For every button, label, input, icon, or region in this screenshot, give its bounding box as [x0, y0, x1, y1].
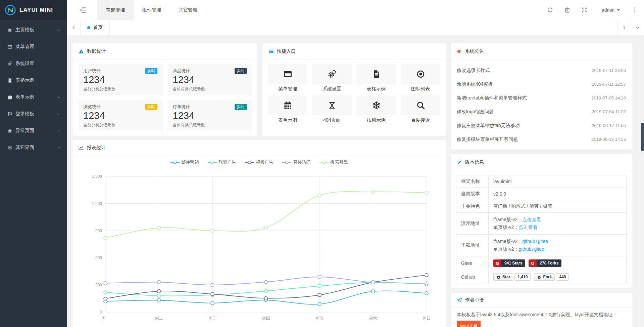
svg-text:周四: 周四 [262, 316, 270, 321]
card-header: 系统公告 [451, 43, 632, 59]
username: admin [602, 7, 614, 13]
chevron-down-icon [635, 25, 640, 30]
data-point-marker [104, 297, 107, 300]
sidebar-item-other-ui[interactable]: 其它界面 [0, 139, 67, 156]
legend-item[interactable]: 联盟广告 [208, 159, 236, 165]
sidebar-item-system-settings[interactable]: 系统设置 [0, 55, 67, 72]
sidebar-item-error-pages[interactable]: 异常页面 [0, 122, 67, 139]
legend-item[interactable]: 视频广告 [245, 159, 274, 165]
download-link-github[interactable]: github [518, 246, 531, 252]
sidebar-item-login-template[interactable]: 登录模板 [0, 106, 67, 122]
github-fork-count[interactable]: 440 [556, 273, 569, 281]
data-point-marker [318, 284, 321, 288]
data-point-marker [371, 190, 375, 194]
shortcut-grid: 菜单管理 系统设置 表格示例 图标列表 表单示例 [262, 59, 446, 128]
shortcut-form-example[interactable]: 表单示例 [268, 95, 307, 123]
gears-icon [7, 61, 12, 66]
card-header: 作者心语 [451, 293, 632, 308]
fullscreen-icon[interactable] [581, 7, 588, 13]
home-icon [7, 28, 12, 33]
card-title: 数据统计 [87, 48, 106, 54]
hourglass-icon [328, 101, 337, 110]
stat-value: 1234 [173, 111, 247, 121]
github-fork-button[interactable]: Fork [534, 273, 555, 281]
legend-marker-icon [170, 160, 180, 164]
svg-text:周一: 周一 [101, 316, 109, 321]
github-icon [496, 275, 501, 279]
shortcut-system-settings[interactable]: 系统设置 [312, 64, 352, 92]
layui-docs-badge[interactable]: layui文档 [457, 321, 481, 327]
download-link-gitee[interactable]: gitee [538, 239, 548, 244]
announcement-item[interactable]: 修改选项卡样式 2019-07-11 23:06 [457, 64, 626, 77]
data-statistics-card: 数据统计 用户统计实时 1234 当前分类总记录数 商品统计实时 1234 当前… [72, 43, 257, 136]
shortcut-baidu-search[interactable]: 百度搜索 [401, 95, 440, 123]
tab-home[interactable]: 首页 [81, 20, 110, 35]
stat-box-users: 用户统计实时 1234 当前分类总记录数 [78, 64, 163, 95]
sidebar-item-table-example[interactable]: 表格示例 [0, 72, 67, 89]
card-title: 报表统计 [87, 145, 106, 151]
chevron-right-icon [622, 25, 627, 30]
sidebar-item-menu-management[interactable]: 菜单管理 [0, 38, 67, 55]
legend-item[interactable]: 搜索引擎 [319, 159, 348, 165]
stat-box-views: 浏览统计实时 1234 当前分类总记录数 [78, 100, 163, 131]
github-icon [537, 275, 541, 279]
legend-marker-icon [245, 160, 254, 164]
table-row: 当前版本 v2.0.0 [456, 188, 627, 200]
data-point-marker [211, 301, 214, 305]
data-point-marker [318, 194, 321, 197]
page-scrollbar [641, 35, 644, 327]
download-link-github[interactable]: github [522, 239, 535, 244]
gitee-stars-badge[interactable]: G 941 Stars [493, 259, 525, 267]
demo-link-spa[interactable]: 点击查看 [518, 224, 537, 230]
stat-value: 1234 [83, 111, 157, 121]
data-point-marker [157, 226, 161, 230]
menu-tab-other[interactable]: 其它管理 [170, 0, 206, 20]
sidebar-item-form-example[interactable]: 表单示例 [0, 89, 67, 106]
announcement-item[interactable]: 新增系统404模板 2019-07-11 12:57 [457, 77, 626, 91]
chevron-down-icon [57, 28, 61, 32]
legend-item[interactable]: 邮件营销 [170, 159, 199, 165]
legend-item[interactable]: 直接访问 [282, 159, 311, 165]
gitee-forks-badge[interactable]: G 278 Forks [529, 259, 561, 267]
refresh-icon[interactable] [547, 7, 553, 13]
announcement-item[interactable]: 修改logo缩放问题 2019-07-04 11:02 [457, 105, 626, 119]
shortcut-icon-list[interactable]: 图标列表 [401, 64, 440, 92]
tabs-scroll-right-button[interactable] [617, 20, 631, 35]
download-link-gitee[interactable]: gitee [534, 246, 544, 252]
collapse-sidebar-icon[interactable] [79, 6, 87, 14]
system-announcements-card: 系统公告 修改选项卡样式 2019-07-11 23:06 新增系统404模板 … [451, 43, 632, 150]
status-badge: 实时 [145, 104, 157, 110]
demo-link-iframe[interactable]: 点击查看 [522, 217, 541, 222]
announcement-item[interactable]: 新增treetable插件和菜单管理样式 2019-07-05 14:28 [457, 91, 626, 105]
github-star-count[interactable]: 1,419 [514, 273, 531, 281]
announcement-item[interactable]: 修复多模块菜单栏展开有问题 2019-06-13 14:53 [457, 132, 626, 146]
search-icon [416, 101, 425, 110]
shortcut-button-example[interactable]: 按钮示例 [356, 95, 396, 123]
file-text-icon [7, 78, 12, 83]
announcement-item[interactable]: 修复左侧菜单缩放tab无法移动 2019-06-17 11:55 [457, 119, 626, 132]
sidebar-item-home-template[interactable]: 主页模板 [0, 22, 67, 38]
menu-tab-components[interactable]: 组件管理 [134, 0, 170, 20]
tabs-scroll-left-button[interactable] [67, 20, 81, 35]
main-content: 数据统计 用户统计实时 1234 当前分类总记录数 商品统计实时 1234 当前… [67, 35, 641, 327]
chevron-down-icon [57, 146, 61, 150]
trash-icon[interactable] [564, 7, 571, 13]
github-star-button[interactable]: Star [493, 273, 513, 281]
user-dropdown[interactable]: admin [602, 7, 620, 13]
menu-tab-general[interactable]: 常规管理 [97, 0, 134, 20]
shortcut-table-example[interactable]: 表格示例 [356, 64, 396, 92]
scrollbar-thumb[interactable] [641, 123, 644, 151]
megaphone-icon [457, 49, 462, 54]
tabs-menu-button[interactable] [631, 20, 644, 35]
report-statistics-card: 报表统计 邮件营销联盟广告视频广告直接访问搜索引擎 03006009001,20… [72, 140, 446, 327]
svg-text:1,500: 1,500 [92, 174, 102, 179]
chevron-down-icon [57, 129, 61, 133]
more-vertical-icon[interactable] [633, 6, 637, 14]
gitee-icon: G [529, 259, 537, 267]
logo[interactable]: LAYUI MINI [0, 0, 67, 20]
sidebar-menu: 主页模板 菜单管理 系统设置 表格示例 表单示例 登录 [0, 20, 67, 156]
paper-plane-icon [457, 297, 462, 303]
status-badge: 实时 [235, 68, 247, 74]
shortcut-menu-management[interactable]: 菜单管理 [268, 64, 307, 92]
shortcut-404-page[interactable]: 404页面 [312, 95, 352, 123]
